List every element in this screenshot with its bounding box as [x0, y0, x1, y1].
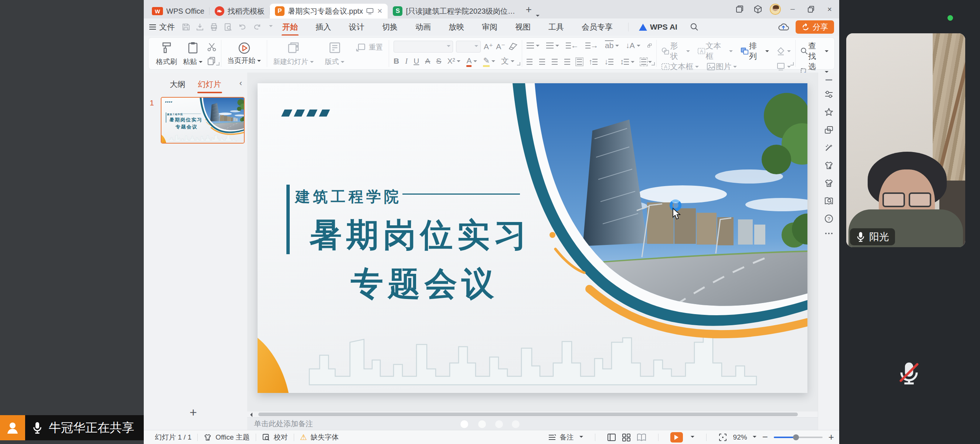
- phonetic-guide-button[interactable]: 文: [501, 56, 514, 66]
- distribute-text-button[interactable]: [577, 59, 582, 65]
- menu-home[interactable]: 开始: [282, 19, 299, 35]
- fit-screen-icon[interactable]: [718, 433, 727, 442]
- webcam-video-tile[interactable]: 阳光: [846, 33, 965, 247]
- scrollbar-thumb[interactable]: [258, 412, 798, 416]
- collapse-strip-icon[interactable]: [825, 78, 833, 81]
- output-icon[interactable]: [196, 22, 204, 32]
- find-button[interactable]: 查找: [800, 41, 829, 61]
- share-button[interactable]: 分享: [795, 20, 834, 34]
- menu-design[interactable]: 设计: [348, 19, 365, 35]
- file-menu[interactable]: 文件: [149, 22, 175, 32]
- notes-placeholder[interactable]: 单击此处添加备注: [254, 419, 313, 429]
- slide-library-icon[interactable]: [824, 125, 834, 135]
- close-window-button[interactable]: ✕: [823, 3, 836, 16]
- slide-title-line1[interactable]: 暑期岗位实习: [309, 216, 531, 254]
- menu-animation[interactable]: 动画: [415, 19, 432, 35]
- properties-sliders-icon[interactable]: [824, 89, 834, 99]
- new-tab-button[interactable]: +: [525, 4, 531, 16]
- numbered-list-button[interactable]: [546, 43, 559, 48]
- play-slideshow-button[interactable]: [670, 432, 683, 442]
- increase-indent-button[interactable]: →: [585, 41, 598, 50]
- text-direction-button[interactable]: ab: [605, 41, 619, 50]
- play-from-current-button[interactable]: 当页开始: [226, 41, 262, 66]
- format-painter-button[interactable]: 格式刷: [154, 41, 178, 67]
- tab-docer-templates[interactable]: ❧ 找稻壳模板: [210, 4, 270, 19]
- add-slide-button[interactable]: +: [189, 405, 197, 420]
- missing-font-warning[interactable]: ⚠ 缺失字体: [300, 433, 339, 442]
- tab-wps-home[interactable]: W WPS Office: [147, 4, 210, 19]
- tab-outline[interactable]: 大纲: [169, 77, 186, 92]
- align-objects-button[interactable]: [641, 59, 652, 65]
- decrease-indent-button[interactable]: ←: [566, 41, 579, 50]
- paste-button[interactable]: 粘贴: [181, 41, 204, 67]
- minimize-button[interactable]: ─: [786, 3, 799, 16]
- vertical-textbox-button[interactable]: A 文本框: [661, 61, 699, 72]
- proofing-indicator[interactable]: 校对: [262, 433, 288, 442]
- insert-dialog-launcher[interactable]: [791, 62, 794, 65]
- redo-icon[interactable]: [252, 22, 262, 32]
- more-options-icon[interactable]: [824, 232, 834, 235]
- menu-slideshow[interactable]: 放映: [448, 19, 465, 35]
- cloud-upload-icon[interactable]: [778, 22, 789, 32]
- highlight-color-button[interactable]: ✎: [483, 56, 495, 66]
- new-slide-button[interactable]: 新建幻灯片: [272, 41, 315, 67]
- quick-access-chevron-icon[interactable]: [269, 25, 273, 29]
- slide-college-text[interactable]: 建筑工程学院: [294, 188, 402, 204]
- play-options-chevron-icon[interactable]: [690, 436, 694, 439]
- font-dialog-launcher[interactable]: [517, 62, 520, 65]
- theme-indicator[interactable]: Office 主题: [204, 433, 250, 442]
- copy-icon[interactable]: [207, 56, 216, 66]
- user-avatar[interactable]: [770, 4, 781, 15]
- strikethrough-button[interactable]: S: [436, 57, 441, 65]
- reading-view-icon[interactable]: [637, 433, 646, 441]
- help-icon[interactable]: ?: [824, 214, 834, 224]
- zoom-out-button[interactable]: −: [762, 431, 768, 443]
- zoom-in-button[interactable]: +: [829, 431, 834, 443]
- shapes-button[interactable]: 形状: [661, 41, 690, 61]
- font-size-select[interactable]: [456, 41, 481, 53]
- font-color-button[interactable]: A: [466, 56, 477, 66]
- favorites-star-icon[interactable]: [824, 107, 834, 117]
- font-name-select[interactable]: [393, 41, 453, 53]
- zoom-level[interactable]: 92%: [733, 433, 756, 441]
- close-tab-icon[interactable]: ✕: [377, 8, 382, 14]
- tab-presentation-active[interactable]: P 暑期实习专题会议.pptx ✕: [270, 4, 388, 19]
- menu-review[interactable]: 审阅: [481, 19, 498, 35]
- resource-search-icon[interactable]: [824, 196, 834, 206]
- stable-mode-icon[interactable]: [751, 3, 765, 16]
- paragraph-dialog-launcher[interactable]: [651, 62, 655, 65]
- slide-1[interactable]: 建筑工程学院 暑期岗位实习 专题会议: [258, 83, 807, 393]
- menu-view[interactable]: 视图: [514, 19, 531, 35]
- undo-icon[interactable]: [238, 22, 247, 32]
- beautify-icon[interactable]: [824, 178, 834, 188]
- italic-button[interactable]: I: [405, 57, 407, 66]
- notes-bar[interactable]: 单击此处添加备注: [247, 417, 818, 430]
- align-right-button[interactable]: [552, 59, 558, 65]
- convert-smartart-icon[interactable]: [647, 41, 652, 50]
- tab-slides[interactable]: 幻灯片: [197, 77, 222, 92]
- menu-insert[interactable]: 插入: [315, 19, 332, 35]
- tab-list-chevron-icon[interactable]: [536, 15, 539, 19]
- picture-button[interactable]: 图片: [706, 61, 737, 72]
- arrange-button[interactable]: 排列: [740, 41, 769, 61]
- normal-view-icon[interactable]: [607, 433, 616, 441]
- slide-size-button[interactable]: [776, 62, 791, 71]
- collapse-panel-icon[interactable]: ‹: [239, 78, 242, 88]
- align-center-button[interactable]: [539, 59, 545, 65]
- notes-toggle[interactable]: 备注: [548, 433, 583, 442]
- design-theme-icon[interactable]: [824, 161, 834, 170]
- slide-thumbnail[interactable]: [161, 97, 245, 144]
- zoom-slider-thumb[interactable]: [793, 434, 799, 440]
- line-spacing-down-button[interactable]: ↓: [604, 57, 613, 66]
- print-preview-icon[interactable]: [224, 22, 232, 32]
- workspace-icon[interactable]: [733, 3, 746, 16]
- increase-font-button[interactable]: A⁺: [484, 42, 493, 51]
- wps-ai-button[interactable]: WPS AI: [628, 22, 677, 32]
- save-icon[interactable]: [181, 22, 190, 32]
- scroll-left-arrow-icon[interactable]: [250, 412, 252, 417]
- clear-format-icon[interactable]: [508, 42, 517, 51]
- underline-button[interactable]: U: [414, 57, 419, 65]
- mic-muted-icon[interactable]: [896, 361, 922, 387]
- clipboard-dialog-launcher[interactable]: [216, 62, 220, 65]
- bold-button[interactable]: B: [393, 57, 399, 65]
